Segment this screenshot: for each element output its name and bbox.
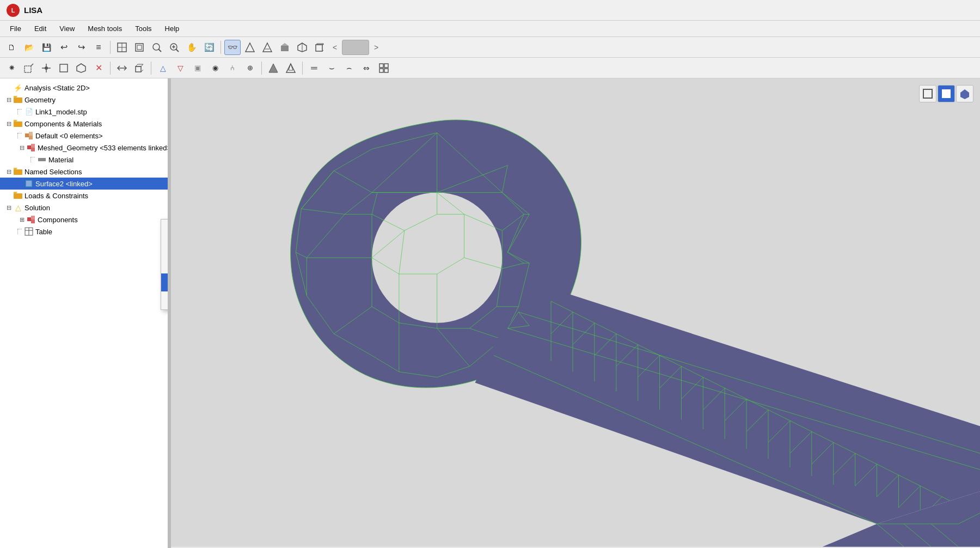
add-circle-button[interactable]: ◉ [207,60,223,76]
zoom-button[interactable] [166,40,182,55]
tree-icon-named-sel [13,167,23,176]
front-view-button[interactable] [114,40,130,55]
tree-icon-default [24,131,34,141]
equals-button[interactable]: ≡ [90,40,107,55]
zoom-fit-button[interactable] [149,40,165,55]
tree-item-components[interactable]: ⊟ Components & Materials [0,118,168,130]
svg-rect-22 [24,66,31,72]
tree-label-analysis: Analysis <Static 2D> [24,84,166,92]
tree-label-meshed: Meshed_Geometry <533 elements linked> [38,144,169,152]
add-node-button[interactable]: ⊕ [242,60,258,76]
tree-item-table[interactable]: Table [0,226,168,238]
tree-item-analysis[interactable]: ⚡ Analysis <Static 2D> [0,82,168,94]
horizontal-button[interactable]: ═ [306,60,322,76]
tree-item-named-sel[interactable]: ⊟ Named Selections [0,166,168,178]
tree-icon-analysis: ⚡ [13,83,23,93]
chevron-left-button[interactable]: < [329,40,341,55]
select-node-button[interactable] [38,60,54,76]
add-quad-button[interactable]: ▣ [189,60,206,76]
extrude-button[interactable] [131,60,148,76]
tree-expand-meshed[interactable]: ⊟ [17,143,26,152]
open-button[interactable]: 📂 [21,40,37,55]
tree-item-material[interactable]: Material [0,154,168,166]
tree-expand-components2[interactable]: ⊞ [17,215,26,224]
view-nodes-button[interactable] [242,40,258,55]
ctx-add-items[interactable]: Add items [161,220,169,238]
tree-expand-components[interactable]: ⊟ [4,119,13,128]
arc-down-button[interactable]: ⌣ [323,60,340,76]
menu-view[interactable]: View [54,23,80,34]
menu-tools[interactable]: Tools [130,23,157,34]
toolbar-sep-5 [261,62,262,75]
select-rect-button[interactable] [56,60,72,76]
svg-rect-47 [29,132,33,136]
svg-point-25 [45,66,48,70]
tree-icon-geometry [13,95,23,105]
tree-item-surface2[interactable]: Surface2 <linked> [0,178,168,190]
tree-expand-solution[interactable]: ⊟ [4,203,13,212]
mesh-view[interactable] [171,78,980,547]
iso-view-button[interactable] [131,40,148,55]
tree-expand-named-sel[interactable]: ⊟ [4,167,13,176]
redo-button[interactable]: ↪ [73,40,89,55]
svg-rect-221 [942,89,951,98]
new-button[interactable]: 🗋 [3,40,20,55]
toolbar-sep-3 [110,62,111,75]
svg-rect-50 [31,144,35,148]
menu-mesh-tools[interactable]: Mesh tools [82,23,127,34]
tree-item-meshed[interactable]: ⊟ Meshed_Geometry <533 elements linked> [0,142,168,154]
menu-help[interactable]: Help [160,23,185,34]
tree-label-named-sel: Named Selections [24,168,166,176]
tree-item-solution[interactable]: ⊟ △ Solution [0,202,168,214]
delete-sel-button[interactable]: ✕ [90,60,107,76]
select-all-button[interactable]: ⁕ [3,60,20,76]
ctx-rename[interactable]: Rename [161,291,169,309]
tree-item-link1[interactable]: 📄 Link1_model.stp [0,106,168,118]
tree-label-loads: Loads & Constraints [24,192,166,200]
svg-line-8 [176,49,179,52]
rotate-button[interactable]: 🔄 [201,40,217,55]
add-tri-button[interactable]: △ [155,60,171,76]
save-button[interactable]: 💾 [38,40,54,55]
menu-edit[interactable]: Edit [29,23,52,34]
view-3d-solid-button[interactable] [956,85,973,102]
ctx-delete[interactable]: ✕ Delete [161,273,169,291]
align-button[interactable]: ⇔ [358,60,375,76]
arc-up-button[interactable]: ⌢ [341,60,357,76]
mesh-fork-button[interactable]: ⑃ [224,60,241,76]
pan-button[interactable]: ✋ [183,40,200,55]
ctx-new-loads[interactable]: New loads & constraints ► [161,255,169,273]
tree-item-geometry[interactable]: ⊟ Geometry [0,94,168,106]
select-3d-button[interactable] [73,60,89,76]
undo-button[interactable]: ↩ [56,40,72,55]
view-glasses-button[interactable]: 👓 [224,40,241,55]
ctx-remove-items[interactable]: Remove items [161,238,169,255]
menu-bar: File Edit View Mesh tools Tools Help [0,21,980,37]
tree-expand-geometry[interactable]: ⊟ [4,95,13,104]
svg-rect-18 [316,45,322,51]
add-tri2-button[interactable]: ▽ [172,60,188,76]
svg-marker-27 [77,64,85,72]
tree-item-components2[interactable]: ⊞ Components [0,214,168,226]
render-mode-button[interactable] [265,60,281,76]
view-mesh-button[interactable] [259,40,275,55]
tree-item-loads[interactable]: Loads & Constraints [0,190,168,202]
tree-expand-material [30,157,35,162]
view-frame-button[interactable] [919,85,936,102]
tri-mesh-button[interactable] [283,60,299,76]
tree-icon-material [37,155,47,165]
move-node-button[interactable] [114,60,130,76]
view-solid-button[interactable] [277,40,293,55]
menu-file[interactable]: File [4,23,27,34]
view-cube-button[interactable] [294,40,310,55]
view-cube2-button[interactable] [311,40,328,55]
grid-button[interactable] [376,60,392,76]
tree-icon-solution: △ [13,203,23,212]
tree-item-default[interactable]: Default <0 elements> [0,130,168,142]
tree-label-components2: Components [38,216,166,224]
select-box-button[interactable] [21,60,37,76]
svg-marker-15 [281,43,289,46]
right-panel [171,78,980,548]
chevron-right-button[interactable]: > [370,40,382,55]
view-solid-blue-button[interactable] [938,85,955,102]
